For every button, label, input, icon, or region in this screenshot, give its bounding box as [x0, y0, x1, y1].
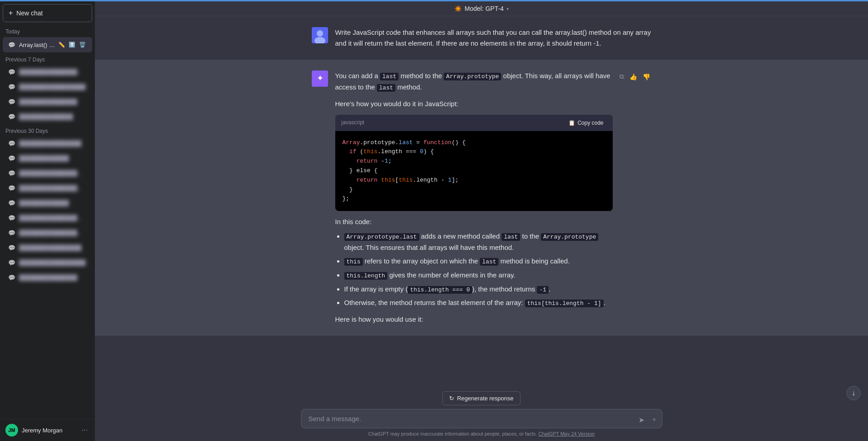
user-avatar-chat	[312, 27, 328, 43]
code-lang: javascript	[342, 118, 365, 127]
send-button[interactable]: ➤	[637, 413, 646, 426]
copy-icon: 📋	[568, 120, 575, 126]
prev30-item-3[interactable]: 💬 █████████████████	[3, 166, 92, 180]
code-last-2: last	[377, 84, 395, 92]
prev30-item-9[interactable]: 💬 ████████████████	[3, 256, 92, 270]
prev7-item-1[interactable]: 💬 ██████████████████	[3, 65, 92, 79]
share-chat-button[interactable]: ⬆️	[68, 41, 76, 49]
prev30-item-7[interactable]: 💬 ███████████████████	[3, 226, 92, 240]
blurred-chat-10: ██████████████████	[19, 215, 87, 221]
chat-icon-12: 💬	[8, 244, 15, 251]
chat-icon-9: 💬	[8, 200, 15, 206]
code-header: javascript 📋 Copy code	[335, 115, 613, 131]
copy-message-button[interactable]: ⧉	[618, 71, 625, 82]
user-message-row: Write JavaScript code that enhances all …	[95, 16, 868, 60]
blurred-chat-4: █████████████	[19, 113, 87, 120]
code-pre: Array.prototype.last = function() { if (…	[335, 131, 613, 211]
user-info: JM Jeremy Morgan	[5, 424, 62, 436]
input-wrapper: ➤ ⚬	[301, 409, 662, 430]
mic-button[interactable]: ⚬	[650, 414, 659, 425]
chat-icon: 💬	[8, 42, 15, 48]
chat-icon-1: 💬	[8, 69, 15, 75]
prev7-item-2[interactable]: 💬 ████████████████	[3, 80, 92, 94]
input-row: ➤ ⚬	[102, 409, 861, 430]
assistant-avatar-chat: ✦	[312, 70, 328, 87]
plus-icon: +	[9, 9, 13, 17]
blurred-chat-6: ████████████	[19, 155, 87, 162]
delete-chat-button[interactable]: 🗑️	[78, 41, 87, 49]
svg-text:✦: ✦	[316, 74, 323, 83]
main-content: ✴️ Model: GPT-4 ▾ Write JavaScript code …	[95, 0, 868, 441]
scroll-bottom-button[interactable]: ↓	[846, 386, 861, 400]
new-chat-button[interactable]: + New chat	[3, 4, 92, 22]
section-prev7: Previous 7 Days	[0, 53, 95, 65]
chat-icon-10: 💬	[8, 215, 15, 221]
chat-icon-11: 💬	[8, 230, 15, 236]
prev30-item-6[interactable]: 💬 ██████████████████	[3, 211, 92, 225]
edit-chat-button[interactable]: ✏️	[57, 41, 66, 49]
assistant-how-to: Here's how you would do it in JavaScript…	[335, 99, 613, 109]
assistant-message-row: ✦ You can add a last method to the Array…	[95, 60, 868, 336]
regen-icon: ↻	[449, 395, 454, 402]
prev30-item-2[interactable]: 💬 ████████████	[3, 151, 92, 165]
prev30-item-8[interactable]: 💬 ███████████████	[3, 241, 92, 255]
new-chat-label: New chat	[16, 9, 42, 17]
user-name: Jeremy Morgan	[22, 427, 62, 434]
prev7-item-4[interactable]: 💬 █████████████	[3, 110, 92, 124]
chat-icon-5: 💬	[8, 140, 15, 147]
use-label: Here is how you would use it:	[335, 314, 613, 325]
active-chat-text: Array.last() method e	[19, 42, 57, 48]
chat-area[interactable]: Write JavaScript code that enhances all …	[95, 16, 868, 441]
blurred-chat-8: ██████████████████	[19, 185, 87, 192]
prev7-item-3[interactable]: 💬 ██████████████	[3, 95, 92, 109]
regenerate-area: ↻ Regenerate response	[102, 389, 861, 409]
chat-icon-6: 💬	[8, 155, 15, 162]
footer-note: ChatGPT may produce inaccurate informati…	[102, 430, 861, 439]
user-message-content: Write JavaScript code that enhances all …	[335, 27, 652, 49]
blurred-chat-7: █████████████████	[19, 170, 87, 177]
chat-icon-7: 💬	[8, 170, 15, 177]
assistant-message-content: You can add a last method to the Array.p…	[335, 70, 652, 325]
prev30-item-5[interactable]: 💬 ████████████	[3, 196, 92, 210]
more-options-button[interactable]: ···	[80, 424, 89, 436]
bullet-3: this.length gives the number of elements…	[344, 270, 613, 281]
chat-icon-3: 💬	[8, 99, 15, 105]
blurred-chat-5: ███████████████	[19, 140, 87, 147]
assistant-message-inner: ✦ You can add a last method to the Array…	[301, 70, 662, 325]
thumbs-down-button[interactable]: 👎	[641, 71, 652, 82]
section-today: Today	[0, 25, 95, 37]
sparkle-icon: ✴️	[454, 5, 462, 12]
prev30-item-4[interactable]: 💬 ██████████████████	[3, 181, 92, 195]
bullet-5: Otherwise, the method returns the last e…	[344, 297, 613, 309]
model-name: Model: GPT-4	[464, 5, 503, 12]
code-last: last	[380, 73, 399, 80]
message-input[interactable]	[301, 409, 662, 428]
code-array-prototype: Array.prototype	[444, 73, 501, 80]
top-accent	[95, 0, 868, 1]
blurred-chat-13: ████████████████	[19, 259, 87, 266]
blurred-chat-3: ██████████████	[19, 99, 87, 105]
bullet-2: this refers to the array object on which…	[344, 256, 613, 267]
model-label[interactable]: ✴️ Model: GPT-4 ▾	[454, 5, 508, 12]
sidebar-footer: JM Jeremy Morgan ···	[0, 419, 95, 441]
prev30-item-10[interactable]: 💬 ██████████████	[3, 271, 92, 285]
chat-icon-2: 💬	[8, 84, 15, 90]
chat-icon-8: 💬	[8, 185, 15, 192]
footer-link[interactable]: ChatGPT May 24 Version	[538, 431, 595, 436]
footer-note-text: ChatGPT may produce inaccurate informati…	[368, 431, 537, 436]
prev30-item-1[interactable]: 💬 ███████████████	[3, 136, 92, 150]
blurred-chat-12: ███████████████	[19, 244, 87, 251]
regenerate-button[interactable]: ↻ Regenerate response	[442, 391, 520, 405]
chat-item-actions: ✏️ ⬆️ 🗑️	[57, 41, 87, 49]
blurred-chat-2: ████████████████	[19, 84, 87, 90]
thumbs-up-button[interactable]: 👍	[628, 71, 638, 82]
copy-code-button[interactable]: 📋 Copy code	[566, 118, 606, 127]
code-block: javascript 📋 Copy code Array.prototype.l…	[335, 115, 613, 211]
blurred-chat-1: ██████████████████	[19, 69, 87, 75]
bullet-1: Array.prototype.last adds a new method c…	[344, 231, 613, 253]
active-chat-item[interactable]: 💬 Array.last() method e ✏️ ⬆️ 🗑️	[3, 37, 92, 52]
sidebar: + New chat Today 💬 Array.last() method e…	[0, 0, 95, 441]
regenerate-label: Regenerate response	[457, 395, 513, 402]
copy-label: Copy code	[577, 120, 603, 126]
bottom-area: ↻ Regenerate response ➤ ⚬ ChatGPT may pr…	[95, 385, 868, 441]
